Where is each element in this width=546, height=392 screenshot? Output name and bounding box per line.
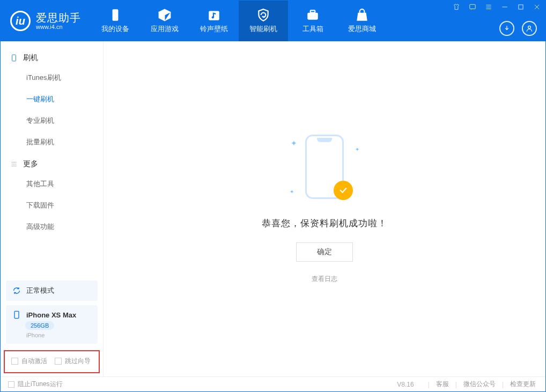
sidebar-item-oneclick[interactable]: 一键刷机 (1, 88, 103, 110)
tab-ring[interactable]: 铃声壁纸 (189, 1, 239, 41)
header-round-buttons (499, 21, 537, 36)
main-tabs: 我的设备 应用游戏 铃声壁纸 智能刷机 工具箱 爱思商城 (91, 1, 387, 41)
maximize-button[interactable] (517, 3, 525, 11)
ok-button[interactable]: 确定 (296, 242, 353, 262)
svg-rect-3 (307, 13, 318, 20)
sidebar-item-itunes[interactable]: iTunes刷机 (1, 67, 103, 88)
device-icon (12, 310, 21, 319)
check-circle-icon (334, 181, 353, 200)
bag-icon (355, 8, 369, 22)
phone-outline-icon (10, 54, 18, 62)
checkbox-auto-activate[interactable]: 自动激活 (11, 357, 47, 366)
svg-rect-5 (470, 4, 476, 9)
version-label: V8.16 (397, 381, 414, 388)
tab-store-label: 爱思商城 (348, 24, 376, 34)
cube-icon (158, 8, 172, 22)
logo-icon: iu (10, 11, 31, 31)
tab-flash[interactable]: 智能刷机 (239, 1, 288, 41)
toolbox-icon (306, 8, 320, 22)
menu-icon[interactable] (484, 3, 493, 11)
tab-tools-label: 工具箱 (302, 24, 323, 34)
footer-link-wechat[interactable]: 微信公众号 (461, 380, 498, 389)
svg-point-7 (528, 26, 531, 28)
device-card[interactable]: iPhone XS Max 256GB iPhone (6, 305, 98, 344)
sidebar-item-firmware[interactable]: 下载固件 (1, 195, 103, 216)
logo: iu 爱思助手 www.i4.cn (1, 1, 91, 41)
sidebar-item-other[interactable]: 其他工具 (1, 173, 103, 195)
mode-card[interactable]: 正常模式 (6, 280, 98, 301)
tab-store[interactable]: 爱思商城 (337, 1, 387, 41)
mode-label: 正常模式 (26, 286, 54, 295)
svg-rect-6 (519, 5, 523, 9)
sidebar-item-pro[interactable]: 专业刷机 (1, 110, 103, 131)
success-illustration: ✦✦✦ (295, 135, 354, 204)
tab-device[interactable]: 我的设备 (91, 1, 140, 41)
success-message: 恭喜您，保资料刷机成功啦！ (262, 217, 387, 230)
svg-rect-4 (311, 10, 315, 12)
list-icon (10, 160, 18, 168)
user-button[interactable] (522, 21, 537, 36)
tab-apps[interactable]: 应用游戏 (140, 1, 189, 41)
phone-icon (108, 8, 122, 22)
minimize-button[interactable] (500, 3, 509, 11)
app-title: 爱思助手 (36, 12, 81, 24)
sidebar-item-batch[interactable]: 批量刷机 (1, 131, 103, 153)
device-storage-badge: 256GB (25, 321, 54, 330)
feedback-icon[interactable] (468, 3, 477, 11)
footer-link-service[interactable]: 客服 (434, 380, 451, 389)
sidebar: 刷机 iTunes刷机 一键刷机 专业刷机 批量刷机 更多 其他工具 下载固件 … (1, 41, 104, 376)
sidebar-group-flash: 刷机 (1, 47, 103, 67)
device-name: iPhone XS Max (26, 311, 76, 319)
device-type: iPhone (26, 332, 45, 338)
svg-point-2 (212, 16, 214, 18)
highlighted-checkboxes: 自动激活 跳过向导 (4, 350, 100, 373)
close-button[interactable] (533, 3, 541, 11)
footer: 阻止iTunes运行 V8.16 | 客服 | 微信公众号 | 检查更新 (1, 376, 545, 391)
download-button[interactable] (499, 21, 514, 36)
svg-rect-8 (12, 55, 16, 61)
window-controls (452, 3, 541, 11)
svg-rect-0 (113, 9, 119, 21)
tab-tools[interactable]: 工具箱 (288, 1, 337, 41)
checkbox-block-itunes[interactable]: 阻止iTunes运行 (8, 380, 63, 389)
tab-apps-label: 应用游戏 (151, 24, 179, 34)
shirt-icon[interactable] (452, 3, 461, 11)
shield-sync-icon (256, 8, 270, 22)
footer-link-update[interactable]: 检查更新 (508, 380, 538, 389)
view-log-link[interactable]: 查看日志 (312, 275, 337, 284)
svg-rect-9 (14, 311, 19, 318)
header: iu 爱思助手 www.i4.cn 我的设备 应用游戏 铃声壁纸 智能刷机 工具… (1, 1, 545, 41)
main-content: ✦✦✦ 恭喜您，保资料刷机成功啦！ 确定 查看日志 (104, 41, 545, 376)
tab-ring-label: 铃声壁纸 (200, 24, 228, 34)
music-folder-icon (207, 8, 221, 22)
checkbox-skip-guide[interactable]: 跳过向导 (55, 357, 91, 366)
tab-device-label: 我的设备 (101, 24, 129, 34)
sidebar-group-more: 更多 (1, 153, 103, 173)
app-subtitle: www.i4.cn (36, 24, 81, 30)
sync-icon (12, 286, 21, 295)
tab-flash-label: 智能刷机 (249, 24, 277, 34)
sidebar-item-advanced[interactable]: 高级功能 (1, 216, 103, 238)
